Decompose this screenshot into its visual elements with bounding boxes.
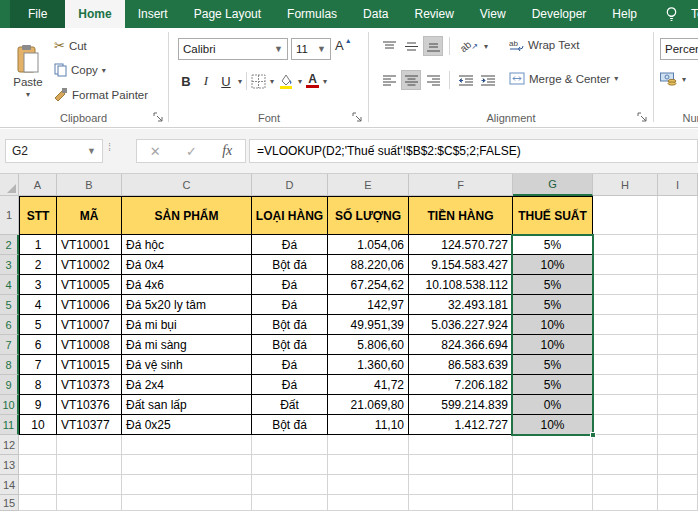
cell-E3[interactable]: 88.220,06 bbox=[328, 255, 409, 275]
wrap-text-button[interactable]: ab Wrap Text bbox=[509, 38, 579, 51]
tab-developer[interactable]: Developer bbox=[519, 0, 600, 28]
cell-F6[interactable]: 5.036.227.924 bbox=[409, 315, 513, 335]
tab-data[interactable]: Data bbox=[350, 0, 401, 28]
cell-E11[interactable]: 11,10 bbox=[328, 415, 409, 435]
cell-D15[interactable] bbox=[252, 495, 328, 511]
name-box[interactable]: G2 ▼ bbox=[5, 139, 103, 163]
cell-A7[interactable]: 6 bbox=[19, 335, 57, 355]
bottom-align-button[interactable] bbox=[423, 36, 443, 56]
cell-C9[interactable]: Đá 2x4 bbox=[122, 375, 252, 395]
cell-C12[interactable] bbox=[122, 435, 252, 455]
col-header-F[interactable]: F bbox=[409, 174, 513, 196]
cell-G6[interactable]: 10% bbox=[513, 315, 593, 335]
cell-D8[interactable]: Đá bbox=[252, 355, 328, 375]
name-box-dropdown-arrow[interactable]: ▼ bbox=[87, 146, 96, 156]
cell-H9[interactable] bbox=[593, 375, 658, 395]
col-header-G[interactable]: G bbox=[513, 174, 593, 196]
cell-C13[interactable] bbox=[122, 455, 252, 475]
cell-H1[interactable] bbox=[593, 196, 658, 235]
cell-B14[interactable] bbox=[57, 475, 122, 495]
cell-A1[interactable]: STT bbox=[19, 196, 57, 235]
cell-H10[interactable] bbox=[593, 395, 658, 415]
cell-C5[interactable]: Đá 5x20 ly tâm bbox=[122, 295, 252, 315]
cell-H7[interactable] bbox=[593, 335, 658, 355]
row-header-14[interactable]: 14 bbox=[0, 475, 19, 495]
cell-E1[interactable]: SỐ LƯỢNG bbox=[328, 196, 409, 235]
cell-B3[interactable]: VT10002 bbox=[57, 255, 122, 275]
top-align-button[interactable] bbox=[379, 36, 399, 56]
cell-A4[interactable]: 3 bbox=[19, 275, 57, 295]
row-header-8[interactable]: 8 bbox=[0, 355, 19, 375]
accounting-format-button[interactable]: ▾ bbox=[660, 72, 686, 86]
cell-E5[interactable]: 142,97 bbox=[328, 295, 409, 315]
cell-G15[interactable] bbox=[513, 495, 593, 511]
cell-D6[interactable]: Bột đá bbox=[252, 315, 328, 335]
cell-E7[interactable]: 5.806,60 bbox=[328, 335, 409, 355]
cell-G9[interactable]: 5% bbox=[513, 375, 593, 395]
row-header-1[interactable]: 1 bbox=[0, 196, 19, 235]
font-size-combo[interactable]: 11 ▼ bbox=[291, 38, 331, 60]
col-header-C[interactable]: C bbox=[122, 174, 252, 196]
row-header-10[interactable]: 10 bbox=[0, 395, 19, 415]
cell-H3[interactable] bbox=[593, 255, 658, 275]
cell-C14[interactable] bbox=[122, 475, 252, 495]
row-header-3[interactable]: 3 bbox=[0, 255, 19, 275]
cell-I11[interactable] bbox=[658, 415, 698, 435]
paste-button[interactable]: Paste ▾ bbox=[6, 34, 50, 108]
cancel-icon[interactable]: ✕ bbox=[150, 144, 161, 159]
cell-G8[interactable]: 5% bbox=[513, 355, 593, 375]
select-all-corner[interactable] bbox=[0, 174, 19, 196]
font-name-combo[interactable]: Calibri ▼ bbox=[178, 38, 288, 60]
cell-A6[interactable]: 5 bbox=[19, 315, 57, 335]
center-button[interactable] bbox=[401, 70, 421, 90]
cell-C1[interactable]: SẢN PHẨM bbox=[122, 196, 252, 235]
cell-B11[interactable]: VT10377 bbox=[57, 415, 122, 435]
cell-C3[interactable]: Đá 0x4 bbox=[122, 255, 252, 275]
cell-A11[interactable]: 10 bbox=[19, 415, 57, 435]
cell-G1[interactable]: THUẾ SUẤT bbox=[513, 196, 593, 235]
tab-help[interactable]: Help bbox=[599, 0, 650, 28]
cell-E8[interactable]: 1.360,60 bbox=[328, 355, 409, 375]
merge-center-button[interactable]: Merge & Center ▾ bbox=[509, 72, 618, 85]
cell-B9[interactable]: VT10373 bbox=[57, 375, 122, 395]
cell-A15[interactable] bbox=[19, 495, 57, 511]
tab-file[interactable]: File bbox=[10, 0, 65, 28]
cell-C6[interactable]: Đá mi bụi bbox=[122, 315, 252, 335]
cell-F13[interactable] bbox=[409, 455, 513, 475]
cell-I10[interactable] bbox=[658, 395, 698, 415]
tab-view[interactable]: View bbox=[467, 0, 519, 28]
cell-A9[interactable]: 8 bbox=[19, 375, 57, 395]
cell-F10[interactable]: 599.214.839 bbox=[409, 395, 513, 415]
decrease-indent-button[interactable] bbox=[456, 70, 476, 90]
formula-input[interactable]: =VLOOKUP(D2;'Thuế suất'!$B$2:$C$5;2;FALS… bbox=[249, 139, 698, 163]
cell-C10[interactable]: Đất san lấp bbox=[122, 395, 252, 415]
cell-D5[interactable]: Đá bbox=[252, 295, 328, 315]
bold-button[interactable]: B bbox=[178, 74, 194, 89]
borders-dropdown-arrow[interactable]: ▾ bbox=[270, 77, 274, 86]
cell-I14[interactable] bbox=[658, 475, 698, 495]
cell-B10[interactable]: VT10376 bbox=[57, 395, 122, 415]
cell-B13[interactable] bbox=[57, 455, 122, 475]
cell-I1[interactable] bbox=[658, 196, 698, 235]
cell-B7[interactable]: VT10008 bbox=[57, 335, 122, 355]
tab-home[interactable]: Home bbox=[65, 0, 124, 28]
cell-I3[interactable] bbox=[658, 255, 698, 275]
col-header-I[interactable]: I bbox=[658, 174, 698, 196]
cell-E10[interactable]: 21.069,80 bbox=[328, 395, 409, 415]
cell-G3[interactable]: 10% bbox=[513, 255, 593, 275]
grow-font-button[interactable]: A▲ bbox=[335, 38, 352, 53]
cell-B12[interactable] bbox=[57, 435, 122, 455]
cell-I7[interactable] bbox=[658, 335, 698, 355]
row-header-11[interactable]: 11 bbox=[0, 415, 19, 435]
col-header-A[interactable]: A bbox=[19, 174, 57, 196]
row-header-7[interactable]: 7 bbox=[0, 335, 19, 355]
cell-F11[interactable]: 1.412.727 bbox=[409, 415, 513, 435]
cell-C15[interactable] bbox=[122, 495, 252, 511]
cell-D2[interactable]: Đá bbox=[252, 235, 328, 255]
cell-C4[interactable]: Đá 4x6 bbox=[122, 275, 252, 295]
formula-bar-resize-handle[interactable]: ⁞ bbox=[108, 141, 111, 153]
orientation-dropdown-arrow[interactable]: ▾ bbox=[484, 42, 488, 51]
enter-icon[interactable]: ✓ bbox=[186, 144, 197, 159]
cell-G14[interactable] bbox=[513, 475, 593, 495]
cell-F7[interactable]: 824.366.694 bbox=[409, 335, 513, 355]
